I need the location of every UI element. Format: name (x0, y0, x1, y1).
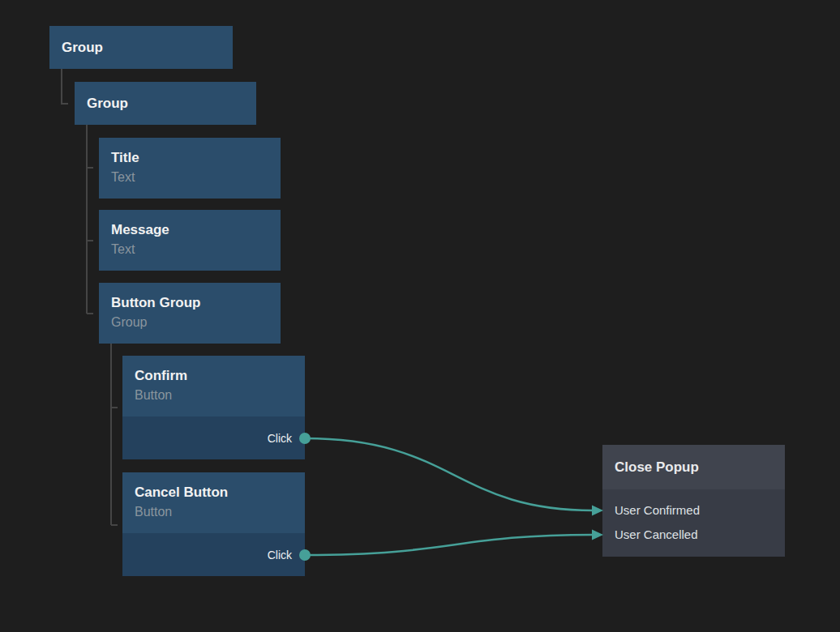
node-header: Close Popup (602, 445, 785, 489)
input-user-cancelled[interactable]: User Cancelled (602, 522, 785, 546)
arrowhead-user-cancelled (592, 530, 603, 540)
node-title-text[interactable]: Title Text (99, 138, 281, 199)
edge-cancel-click-to-user-cancelled[interactable] (305, 535, 594, 555)
node-type-label: Button (135, 386, 293, 404)
node-cancel-button[interactable]: Cancel Button Button Click (122, 472, 305, 576)
node-title: Title (111, 148, 268, 168)
node-title: Cancel Button (135, 483, 293, 502)
node-button-group[interactable]: Button Group Group (99, 283, 281, 344)
output-port-click-label: Click (268, 549, 292, 561)
node-type-label: Group (111, 313, 268, 331)
node-type-label: Text (111, 168, 268, 186)
node-header: Cancel Button Button (122, 472, 305, 533)
input-label: User Confirmed (615, 503, 700, 517)
output-port-row: Click (122, 533, 305, 576)
node-group-outer[interactable]: Group (49, 26, 233, 69)
node-type-label: Text (111, 240, 268, 258)
node-message-text[interactable]: Message Text (99, 210, 281, 271)
node-confirm-button[interactable]: Confirm Button Click (122, 356, 305, 459)
node-type-label: Button (135, 502, 293, 521)
tree-connector-inner-children (87, 125, 93, 314)
node-group-inner[interactable]: Group (75, 82, 256, 125)
node-title: Button Group (111, 293, 268, 313)
input-user-confirmed[interactable]: User Confirmed (602, 497, 785, 522)
tree-connector-outer-to-inner (62, 69, 68, 104)
tree-connector-button-group-children (111, 344, 118, 525)
edge-confirm-click-to-user-confirmed[interactable] (305, 438, 594, 510)
input-label: User Cancelled (615, 527, 698, 541)
node-close-popup[interactable]: Close Popup User Confirmed User Cancelle… (602, 445, 785, 557)
node-title: Group (87, 94, 128, 113)
arrowhead-user-confirmed (592, 506, 603, 516)
node-title: Message (111, 220, 268, 240)
output-port-row: Click (122, 416, 305, 459)
node-body: User Confirmed User Cancelled (602, 489, 785, 557)
output-port-click-label: Click (268, 433, 292, 444)
node-title: Group (62, 38, 103, 58)
node-title: Close Popup (615, 459, 699, 476)
node-editor-canvas[interactable]: Group Group Title Text Message Text Butt… (0, 0, 840, 632)
node-title: Confirm (135, 366, 293, 386)
node-header: Confirm Button (122, 356, 305, 416)
